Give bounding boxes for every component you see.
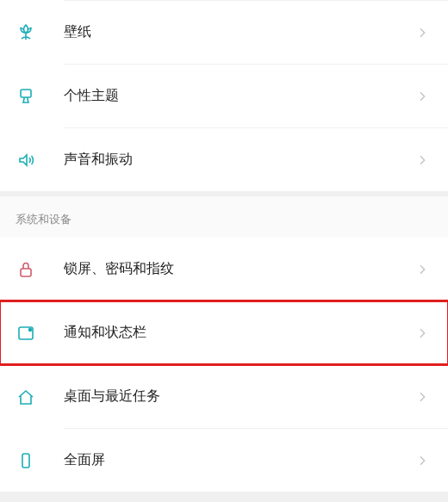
- chevron-right-icon: [415, 454, 429, 468]
- settings-item-notification[interactable]: 通知和状态栏: [0, 301, 448, 364]
- svg-rect-2: [21, 269, 31, 276]
- fullscreen-icon: [16, 450, 36, 471]
- settings-item-lock[interactable]: 锁屏、密码和指纹: [0, 238, 448, 301]
- settings-item-sound[interactable]: 声音和振动: [0, 128, 448, 191]
- settings-list: 壁纸 个性主题: [0, 0, 448, 492]
- svg-point-4: [28, 327, 33, 332]
- settings-item-label: 个性主题: [64, 87, 415, 105]
- home-icon: [16, 387, 36, 407]
- chevron-right-icon: [415, 90, 429, 103]
- chevron-right-icon: [415, 326, 429, 340]
- svg-rect-1: [21, 90, 31, 97]
- settings-item-fullscreen[interactable]: 全面屏: [0, 429, 448, 492]
- chevron-right-icon: [415, 153, 429, 167]
- chevron-right-icon: [415, 390, 429, 404]
- sound-icon: [16, 150, 36, 170]
- settings-item-label: 桌面与最近任务: [64, 387, 415, 406]
- settings-group: 壁纸 个性主题: [0, 0, 448, 191]
- svg-rect-5: [22, 454, 29, 468]
- chevron-right-icon: [415, 263, 429, 276]
- settings-item-desktop[interactable]: 桌面与最近任务: [0, 365, 448, 428]
- settings-item-theme[interactable]: 个性主题: [0, 65, 448, 127]
- settings-item-label: 通知和状态栏: [64, 324, 415, 342]
- settings-item-label: 全面屏: [64, 451, 415, 469]
- tulip-icon: [16, 22, 36, 43]
- notification-icon: [16, 323, 36, 344]
- settings-item-wallpaper[interactable]: 壁纸: [0, 1, 448, 64]
- settings-group: 系统和设备 锁屏、密码和指纹: [0, 196, 448, 492]
- chevron-right-icon: [415, 26, 429, 40]
- settings-item-label: 壁纸: [64, 23, 415, 41]
- settings-item-label: 声音和振动: [64, 151, 415, 169]
- group-header: 系统和设备: [0, 196, 448, 238]
- settings-item-label: 锁屏、密码和指纹: [64, 260, 415, 278]
- brush-icon: [16, 86, 36, 107]
- lock-icon: [16, 259, 36, 280]
